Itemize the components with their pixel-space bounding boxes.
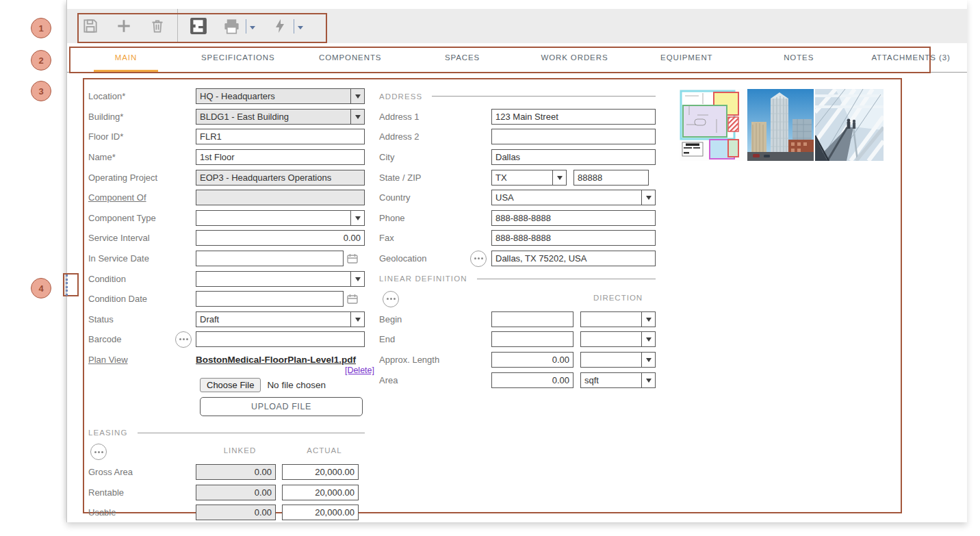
plan-view-file-link[interactable]: BostonMedical-FloorPlan-Level1.pdf [196,355,356,365]
barcode-input[interactable] [196,331,365,347]
field-plan-view: Plan View BostonMedical-FloorPlan-Level1… [88,350,365,370]
floor-plan-thumbnail[interactable] [680,89,746,161]
location-value: HQ - Headquarters [196,89,350,103]
calendar-icon[interactable] [346,253,359,265]
leasing-row-rentable: Rentable [88,483,365,503]
condition-date-input[interactable] [196,291,344,307]
linked-column-header: LINKED [200,446,280,455]
address1-label: Address 1 [379,112,491,122]
name-label: Name* [88,152,196,162]
building-select[interactable]: BLDG1 - East Building [196,109,365,125]
phone-input[interactable] [491,210,656,226]
save-icon [81,17,99,35]
linear-definition-section-header: LINEAR DEFINITION [379,268,656,289]
tab-attachments[interactable]: ATTACHMENTS (3) [855,43,967,72]
tab-notes[interactable]: NOTES [743,43,855,72]
area-input[interactable] [491,372,573,388]
chevron-down-icon [350,211,364,225]
panel-splitter-handle[interactable] [66,275,68,296]
field-condition: Condition [88,268,365,289]
delete-button[interactable] [148,17,166,36]
callout-4: 4 [31,278,51,298]
field-operating-project: Operating Project [88,167,365,188]
save-button[interactable] [81,17,99,36]
city-input[interactable] [491,149,656,165]
actions-button[interactable] [270,17,289,36]
in-service-date-label: In Service Date [88,253,196,264]
usable-actual-input[interactable] [282,505,359,520]
barcode-lookup-button[interactable] [175,331,192,348]
choose-file-button[interactable]: Choose File [200,378,261,392]
leasing-title: LEASING [88,429,128,437]
plan-view-link[interactable]: Plan View [88,355,196,365]
service-interval-input[interactable] [196,230,365,246]
area-unit-select[interactable]: sqft [580,372,656,388]
field-in-service-date: In Service Date [88,248,365,269]
approx-length-input[interactable] [491,352,573,368]
operating-project-label: Operating Project [88,173,196,183]
component-type-value [196,211,350,225]
in-service-date-input[interactable] [196,251,344,266]
building-exterior-thumbnail[interactable] [747,89,814,161]
begin-input[interactable] [491,311,573,327]
chevron-down-icon [250,26,255,32]
condition-select[interactable] [196,271,365,287]
form-right-column: ADDRESS Address 1 Address 2 City State /… [379,86,656,390]
building-label: Building* [88,112,196,122]
rentable-actual-input[interactable] [282,485,359,500]
end-input[interactable] [491,331,573,347]
tab-main[interactable]: MAIN [70,43,182,72]
address2-input[interactable] [491,129,656,144]
calendar-icon[interactable] [346,293,359,305]
field-address2: Address 2 [379,127,656,147]
zip-input[interactable] [573,170,649,186]
callout-2: 2 [31,50,51,71]
tab-bar: MAIN SPECIFICATIONS COMPONENTS SPACES WO… [67,43,967,73]
actions-options-dropdown[interactable] [294,17,303,36]
floor-plan-button[interactable] [189,17,207,36]
chevron-down-icon [350,312,364,327]
component-of-link[interactable]: Component Of [88,192,196,203]
chevron-down-icon [552,170,566,185]
field-component-type: Component Type [88,208,365,229]
section-divider [138,433,365,433]
chevron-down-icon [641,332,655,346]
fax-input[interactable] [491,230,656,246]
interior-walkway-thumbnail[interactable] [815,89,884,161]
begin-direction-select[interactable] [580,311,656,327]
floor-id-label: Floor ID* [88,131,196,142]
state-value: TX [492,170,552,185]
approx-length-unit-select[interactable] [580,352,656,368]
field-building: Building* BLDG1 - East Building [88,107,365,127]
address1-input[interactable] [491,109,656,125]
name-input[interactable] [196,149,365,165]
geolocation-lookup-button[interactable] [470,251,487,267]
tab-equipment[interactable]: EQUIPMENT [630,43,743,72]
linear-definition-title: LINEAR DEFINITION [379,275,467,283]
floor-id-input[interactable] [196,129,365,144]
field-fax: Fax [379,228,656,248]
country-select[interactable]: USA [491,190,656,205]
tab-work-orders[interactable]: WORK ORDERS [519,43,631,72]
leasing-more-button[interactable] [90,444,107,460]
tab-spaces[interactable]: SPACES [407,43,519,72]
print-button[interactable] [222,17,241,36]
gross-area-actual-input[interactable] [282,464,359,480]
chevron-down-icon [641,373,655,387]
field-address1: Address 1 [379,107,656,127]
add-button[interactable] [114,17,133,36]
print-options-dropdown[interactable] [246,17,255,36]
end-direction-select[interactable] [580,331,656,347]
tab-components[interactable]: COMPONENTS [294,43,407,72]
leasing-columns-row: LINKED ACTUAL [88,442,365,462]
state-select[interactable]: TX [491,170,567,186]
tab-specifications[interactable]: SPECIFICATIONS [182,43,294,72]
status-select[interactable]: Draft [196,311,365,327]
upload-file-button[interactable]: UPLOAD FILE [200,397,363,416]
linear-definition-more-button[interactable] [383,291,399,307]
address-section-header: ADDRESS [379,86,656,107]
location-label: Location* [88,91,196,101]
location-select[interactable]: HQ - Headquarters [196,88,365,104]
geolocation-input[interactable] [491,251,656,266]
component-type-select[interactable] [196,210,365,226]
